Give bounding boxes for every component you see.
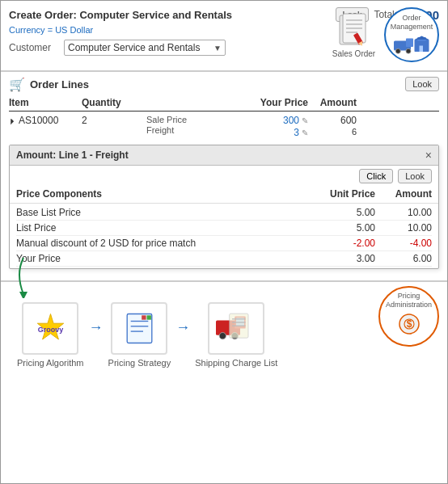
sale-price-label: Sale Price — [146, 115, 243, 124]
col-empty — [146, 97, 243, 108]
col-amount: Amount — [308, 97, 357, 108]
customer-input-wrap: ▼ — [64, 40, 226, 56]
unit-price-your-price: 3.00 — [311, 253, 375, 264]
sales-order-icon: Sales Order — [332, 12, 376, 58]
bottom-flow: Groovy Pricing Algorithm → — [17, 302, 431, 368]
order-lines-header: 🛒 Order Lines Look — [9, 77, 439, 92]
flow-arrow-1: → — [89, 319, 104, 336]
freight-row-base-list: Base List Price 5.00 10.00 — [16, 205, 432, 221]
flow-arrow-2: → — [175, 319, 190, 336]
click-look-row: Click Look — [10, 166, 438, 185]
order-mgmt-icons-svg — [394, 33, 430, 56]
sales-order-label: Sales Order — [332, 49, 375, 58]
order-lines-title: Order Lines — [30, 78, 89, 90]
svg-rect-9 — [406, 38, 413, 47]
freight-table-header: Price Components Unit Price Amount — [10, 185, 438, 204]
component-list-price: List Price — [16, 222, 311, 234]
pricing-strategy-label: Pricing Strategy — [108, 358, 171, 368]
freight-col-component: Price Components — [16, 188, 311, 200]
amount-base-list: 10.00 — [375, 207, 432, 218]
freight-label: Freight — [146, 125, 243, 135]
unit-price-list-price: 5.00 — [311, 222, 375, 234]
flow-item-pricing-strategy: Pricing Strategy — [108, 302, 171, 368]
bottom-section: Groovy Pricing Algorithm → — [1, 280, 447, 410]
shipping-charge-svg — [216, 310, 256, 347]
col-your-price: Your Price — [243, 97, 308, 108]
freight-row-your-price: Your Price 3.00 6.00 — [16, 251, 432, 267]
svg-rect-23 — [142, 315, 146, 319]
item-name: ⏵AS10000 — [9, 115, 82, 126]
component-discount: Manual discount of 2 USD for price match — [16, 238, 311, 249]
amount-your-price: 6.00 — [375, 253, 432, 264]
unit-price-discount: -2.00 — [311, 238, 375, 249]
freight-row-list-price: List Price 5.00 10.00 — [16, 221, 432, 236]
pricing-strategy-svg — [121, 310, 158, 347]
freight-price-value: 3 — [294, 127, 299, 138]
amount-col: 600 6 — [308, 115, 357, 137]
customer-input[interactable] — [68, 42, 210, 53]
price-freight-labels: Sale Price Freight — [146, 115, 243, 135]
freight-row-discount: Manual discount of 2 USD for price match… — [16, 236, 432, 251]
svg-point-11 — [406, 48, 411, 53]
cart-icon: 🛒 — [9, 77, 25, 92]
flow-item-pricing-algorithm: Groovy Pricing Algorithm — [17, 302, 84, 368]
pricing-admin-icon: $ — [397, 312, 421, 341]
customer-label: Customer — [9, 42, 57, 53]
freight-amount-value: 6 — [308, 127, 357, 137]
freight-popup: Amount: Line 1 - Freight × Click Look Pr… — [9, 145, 439, 269]
svg-point-10 — [395, 48, 400, 53]
sale-amount-value: 600 — [308, 115, 357, 126]
flow-item-shipping-charge: Shipping Charge List — [195, 302, 277, 368]
icons-area: Sales Order Order Management — [332, 7, 439, 62]
pricing-algorithm-label: Pricing Algorithm — [17, 358, 84, 368]
shipping-charge-box — [208, 302, 264, 355]
pricing-admin-label: Pricing Administration — [380, 292, 437, 309]
freight-popup-header: Amount: Line 1 - Freight × — [10, 145, 438, 166]
pricing-algorithm-svg: Groovy — [32, 310, 69, 347]
item-arrow-icon: ⏵ — [9, 116, 17, 125]
svg-text:Groovy: Groovy — [38, 326, 64, 334]
sale-price-value: 300 — [283, 115, 299, 126]
table-row: ⏵AS10000 2 Sale Price Freight 300 ✎ 3 ✎ … — [9, 115, 439, 138]
sale-price-edit-icon[interactable]: ✎ — [302, 116, 308, 125]
freight-price-edit-icon[interactable]: ✎ — [302, 128, 308, 137]
top-section: Create Order: Computer Service and Renta… — [1, 1, 447, 72]
pricing-strategy-box — [111, 302, 167, 355]
svg-point-28 — [219, 333, 226, 339]
shipping-charge-label: Shipping Charge List — [195, 358, 277, 368]
your-price-col: 300 ✎ 3 ✎ — [243, 115, 308, 138]
order-management-circle: Order Management — [384, 7, 439, 62]
freight-col-unit-price: Unit Price — [311, 188, 375, 200]
freight-col-amount: Amount — [375, 188, 432, 200]
look-button-order-lines[interactable]: Look — [405, 77, 439, 91]
freight-table-body: Base List Price 5.00 10.00 List Price 5.… — [10, 204, 438, 268]
dropdown-arrow-icon[interactable]: ▼ — [213, 44, 222, 53]
close-button[interactable]: × — [425, 149, 432, 161]
click-button[interactable]: Click — [359, 169, 393, 183]
main-container: Create Order: Computer Service and Renta… — [0, 0, 448, 484]
freight-popup-title: Amount: Line 1 - Freight — [16, 149, 129, 161]
order-mgmt-label: Order Management — [386, 14, 437, 32]
unit-price-base-list: 5.00 — [311, 207, 375, 218]
order-lines-table-header: Item Quantity Your Price Amount — [9, 97, 439, 112]
pricing-admin-circle: Pricing Administration $ — [378, 286, 439, 347]
col-item: Item — [9, 97, 82, 108]
sales-order-svg — [335, 12, 374, 48]
amount-discount: -4.00 — [375, 238, 432, 249]
component-base-list: Base List Price — [16, 207, 311, 218]
pricing-algorithm-box: Groovy — [22, 302, 78, 355]
page-title: Create Order: Computer Service and Renta… — [9, 9, 232, 21]
pricing-admin-svg: $ — [397, 312, 421, 336]
amount-list-price: 10.00 — [375, 222, 432, 234]
svg-marker-15 — [414, 36, 429, 40]
curved-arrow-svg — [7, 250, 72, 298]
look-button-freight[interactable]: Look — [398, 169, 432, 183]
item-quantity: 2 — [82, 115, 146, 126]
col-quantity: Quantity — [82, 97, 146, 108]
svg-rect-24 — [146, 315, 150, 319]
svg-marker-16 — [19, 292, 27, 298]
svg-rect-14 — [419, 45, 423, 52]
